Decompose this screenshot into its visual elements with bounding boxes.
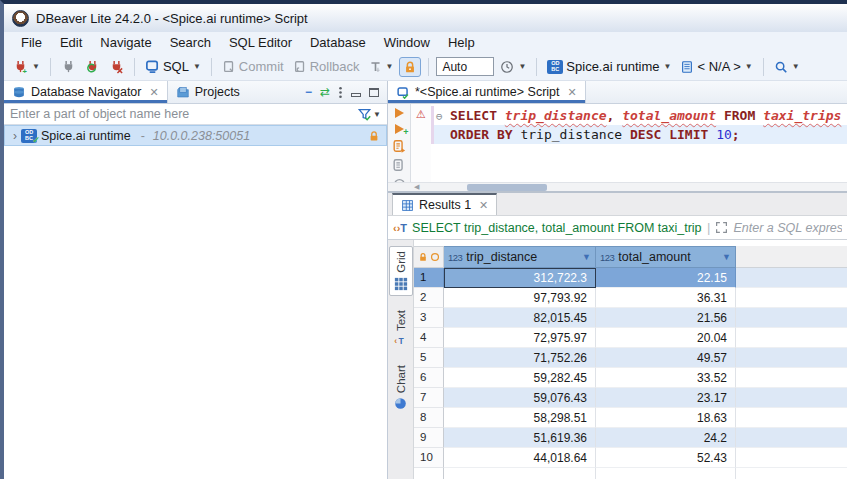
reconnect-button[interactable] — [82, 57, 103, 76]
menu-navigate[interactable]: Navigate — [91, 33, 160, 52]
new-connection-button[interactable]: + ▼ — [10, 57, 43, 76]
scroll-left-arrow-icon[interactable]: ◀ — [414, 183, 419, 191]
cell-total_amount[interactable]: 33.52 — [596, 368, 736, 388]
cell-total_amount[interactable]: 52.43 — [596, 448, 736, 468]
execute-new-tab-button[interactable]: + — [395, 124, 404, 134]
sort-dropdown-icon[interactable]: ▼ — [582, 252, 591, 262]
menu-file[interactable]: File — [12, 33, 51, 52]
cell-trip_distance[interactable]: 51,619.36 — [444, 428, 596, 448]
results-view-tab-text[interactable]: Text‹T — [389, 306, 413, 351]
row-number[interactable]: 8 — [414, 408, 444, 428]
column-header-trip_distance[interactable]: 123trip_distance▼ — [444, 246, 596, 268]
sql-text-area[interactable]: ⊖SELECT trip_distance, total_amount FROM… — [434, 104, 847, 182]
execute-script-button[interactable] — [392, 140, 406, 153]
close-icon[interactable]: ✕ — [479, 199, 488, 212]
cell-trip_distance[interactable]: 312,722.3 — [444, 268, 596, 288]
script-actions-button[interactable] — [392, 159, 406, 172]
expander-icon[interactable]: › — [13, 129, 17, 143]
navigator-filter[interactable]: Enter a part of object name here ▼ — [4, 104, 387, 125]
tab-database-navigator[interactable]: Database Navigator ✕ — [4, 81, 168, 103]
view-menu-icon[interactable] — [338, 86, 343, 99]
sql-editor[interactable]: + ⚠ ⊖SELECT trip_distance, total_amount … — [388, 104, 847, 182]
menu-search[interactable]: Search — [161, 33, 220, 52]
fold-marker-icon[interactable]: ⊖ — [436, 107, 450, 126]
row-number[interactable]: 7 — [414, 388, 444, 408]
results-filter-bar[interactable]: ‹›T SELECT trip_distance, total_amount F… — [388, 216, 847, 240]
sort-dropdown-icon[interactable]: ▼ — [722, 252, 731, 262]
cell-total_amount[interactable]: 24.2 — [596, 428, 736, 448]
tab-projects[interactable]: Projects — [168, 81, 248, 103]
menu-sql-editor[interactable]: SQL Editor — [220, 33, 301, 52]
disconnect-button[interactable] — [106, 57, 127, 76]
menu-database[interactable]: Database — [301, 33, 375, 52]
cell-trip_distance[interactable]: 97,793.92 — [444, 288, 596, 308]
grid-row-9[interactable]: 951,619.3624.2 — [414, 428, 847, 448]
cell-total_amount[interactable]: 18.63 — [596, 408, 736, 428]
close-icon[interactable]: ✕ — [149, 86, 158, 99]
cell-total_amount[interactable]: 20.04 — [596, 328, 736, 348]
row-number[interactable]: 3 — [414, 308, 444, 328]
grid-row-10[interactable]: 1044,018.6452.43 — [414, 448, 847, 468]
expand-filter-icon[interactable] — [715, 221, 728, 234]
refresh-button[interactable] — [393, 178, 406, 182]
close-icon[interactable]: ✕ — [568, 86, 577, 99]
rollback-button[interactable]: Rollback — [290, 57, 363, 76]
row-number[interactable]: 2 — [414, 288, 444, 308]
grid-corner-cell[interactable] — [414, 246, 444, 268]
row-number[interactable]: 5 — [414, 348, 444, 368]
cell-trip_distance[interactable]: 72,975.97 — [444, 328, 596, 348]
search-button[interactable]: ▼ — [771, 58, 803, 76]
connection-tree-item[interactable]: › ODBC✓ Spice.ai runtime - 10.0.0.238:50… — [4, 125, 387, 146]
results-view-tab-chart[interactable]: Chart — [389, 361, 413, 414]
tab-results-1[interactable]: Results 1 ✕ — [392, 193, 497, 215]
maximize-panel-icon[interactable] — [369, 88, 379, 97]
editor-horizontal-scrollbar[interactable]: ◀ — [388, 182, 847, 191]
grid-row-5[interactable]: 571,752.2649.57 — [414, 348, 847, 368]
grid-row-7[interactable]: 759,076.4323.17 — [414, 388, 847, 408]
column-header-total_amount[interactable]: 123total_amount▼ — [596, 246, 736, 268]
cell-total_amount[interactable]: 22.15 — [596, 268, 736, 288]
cell-total_amount[interactable]: 23.17 — [596, 388, 736, 408]
cell-trip_distance[interactable]: 44,018.64 — [444, 448, 596, 468]
execute-statement-button[interactable] — [395, 108, 404, 118]
row-number[interactable]: 4 — [414, 328, 444, 348]
cell-trip_distance[interactable]: 82,015.45 — [444, 308, 596, 328]
chevron-down-icon[interactable]: ▼ — [373, 110, 381, 119]
grid-row-8[interactable]: 858,298.5118.63 — [414, 408, 847, 428]
cell-trip_distance[interactable]: 59,076.43 — [444, 388, 596, 408]
active-database-selector[interactable]: < N/A > ▼ — [677, 57, 755, 76]
grid-row-6[interactable]: 659,282.4533.52 — [414, 368, 847, 388]
menu-window[interactable]: Window — [375, 33, 439, 52]
transaction-mode-button[interactable]: ▼ — [366, 58, 397, 76]
sql-editor-button[interactable]: SQL ▼ — [142, 57, 204, 76]
cell-total_amount[interactable]: 21.56 — [596, 308, 736, 328]
connection-lock-toggle[interactable] — [399, 57, 421, 77]
row-number[interactable]: 10 — [414, 448, 444, 468]
row-number[interactable]: 9 — [414, 428, 444, 448]
row-number[interactable]: 1 — [414, 268, 444, 288]
active-connection-selector[interactable]: ODBC Spice.ai runtime ▼ — [544, 57, 674, 76]
collapse-all-icon[interactable]: − — [305, 86, 312, 98]
commit-button[interactable]: Commit — [219, 57, 287, 76]
grid-row-4[interactable]: 472,975.9720.04 — [414, 328, 847, 348]
commit-mode-combo[interactable]: Auto — [436, 57, 494, 76]
connect-button[interactable] — [58, 57, 79, 76]
filter-funnel-icon[interactable] — [357, 107, 372, 121]
minimize-panel-icon[interactable] — [351, 93, 361, 97]
cell-total_amount[interactable]: 49.57 — [596, 348, 736, 368]
grid-row-3[interactable]: 382,015.4521.56 — [414, 308, 847, 328]
sql-line[interactable]: ORDER BY trip_distance DESC LIMIT 10; — [434, 125, 847, 144]
row-number[interactable]: 6 — [414, 368, 444, 388]
grid-row-1[interactable]: 1312,722.322.15 — [414, 268, 847, 288]
menu-help[interactable]: Help — [439, 33, 484, 52]
tab-sql-script[interactable]: *<Spice.ai runtime> Script ✕ — [388, 81, 586, 103]
cell-total_amount[interactable]: 36.31 — [596, 288, 736, 308]
results-view-tab-grid[interactable]: Grid — [389, 246, 413, 296]
cell-trip_distance[interactable]: 71,752.26 — [444, 348, 596, 368]
sql-line[interactable]: ⊖SELECT trip_distance, total_amount FROM… — [434, 106, 847, 125]
link-with-editor-icon[interactable]: ⇄ — [320, 86, 330, 98]
grid-row-2[interactable]: 297,793.9236.31 — [414, 288, 847, 308]
transaction-log-button[interactable]: ▼ — [497, 58, 529, 76]
scrollbar-thumb[interactable] — [467, 184, 547, 191]
menu-edit[interactable]: Edit — [51, 33, 91, 52]
